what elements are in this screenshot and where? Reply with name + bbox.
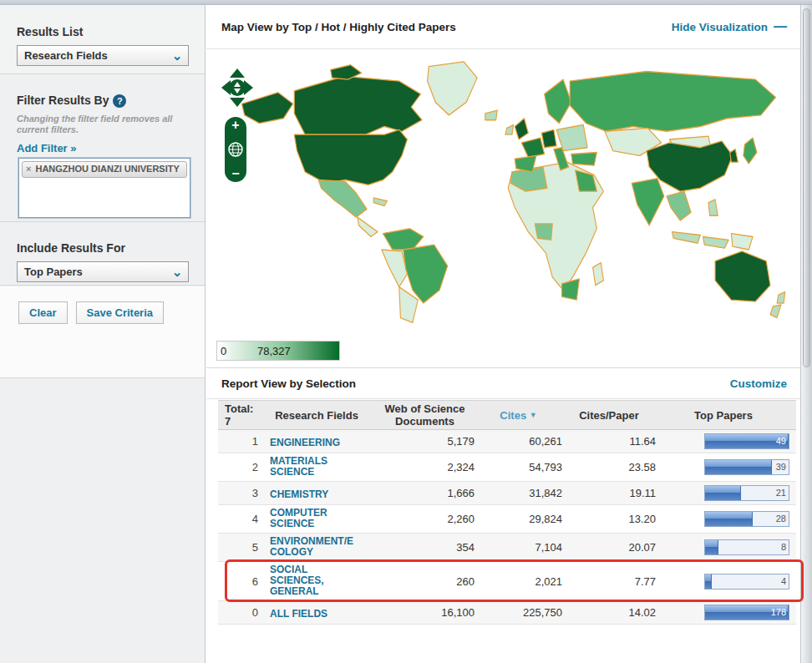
top-papers-bar: 39: [704, 459, 789, 475]
top-papers-bar-fill: [705, 574, 712, 589]
filter-note: Changing the filter field removes all cu…: [17, 114, 188, 135]
report-view-header: Report View by Selection Customize: [206, 369, 800, 399]
legend-min-value: 0: [221, 345, 226, 357]
row-cites: 60,261: [475, 435, 562, 448]
map-view-title: Map View by Top / Hot / Highly Cited Pap…: [221, 21, 456, 33]
results-list-title: Results List: [17, 25, 205, 38]
row-field-cell: MATERIALS SCIENCE: [258, 456, 375, 478]
column-wos-documents[interactable]: Web of Science Documents: [375, 402, 475, 428]
column-research-fields[interactable]: Research Fields: [258, 409, 375, 422]
pan-compass-icon[interactable]: [220, 68, 255, 107]
sort-descending-icon: ▼: [530, 411, 537, 419]
results-list-dropdown-value: Research Fields: [18, 49, 108, 62]
total-count: 7: [225, 415, 231, 428]
row-rank: 0: [218, 602, 258, 623]
chevron-down-icon: ⌄: [166, 46, 188, 65]
filter-tag-label: HANGZHOU DIANZI UNIVERSITY: [35, 164, 179, 175]
results-list-dropdown[interactable]: Research Fields ⌄: [17, 45, 189, 66]
top-papers-value: 178: [771, 607, 786, 617]
row-docs: 16,100: [375, 606, 475, 619]
zoom-in-icon[interactable]: +: [231, 119, 239, 131]
top-papers-bar-fill: [705, 512, 753, 526]
top-papers-bar-fill: [705, 460, 772, 474]
total-label: Total:: [225, 402, 253, 415]
row-field-cell: ENGINEERING: [258, 434, 375, 449]
vertical-scrollbar[interactable]: [800, 5, 812, 663]
top-papers-bar: 8: [704, 539, 789, 555]
main-panel: Map View by Top / Hot / Highly Cited Pap…: [206, 5, 800, 663]
row-cites: 29,824: [475, 513, 562, 525]
include-results-dropdown[interactable]: Top Papers ⌄: [17, 261, 189, 282]
table-row: 5ENVIRONMENT/ECOLOGY3547,10420.078: [218, 534, 796, 562]
row-cites-per-paper: 20.07: [562, 541, 656, 554]
row-cites-per-paper: 23.58: [562, 461, 656, 473]
filter-list-box[interactable]: × HANGZHOU DIANZI UNIVERSITY: [18, 158, 190, 218]
row-rank: 5: [218, 537, 258, 558]
table-header-row: Total: 7 Research Fields Web of Science …: [218, 400, 796, 430]
top-papers-bar: 49: [704, 433, 789, 449]
row-docs: 2,324: [375, 461, 475, 473]
include-results-section: Include Results For Top Papers ⌄: [0, 223, 205, 286]
row-docs: 260: [375, 575, 475, 588]
cites-label: Cites: [500, 409, 526, 422]
hide-visualization-link[interactable]: Hide Visualization —: [672, 21, 787, 33]
row-field-cell: SOCIAL SCIENCES, GENERAL: [258, 564, 375, 598]
top-papers-bar-fill: [705, 540, 718, 554]
report-table: Total: 7 Research Fields Web of Science …: [218, 400, 796, 625]
research-field-link[interactable]: CHEMISTRY: [270, 489, 328, 500]
clear-button[interactable]: Clear: [18, 301, 68, 324]
row-cites: 54,793: [475, 461, 562, 473]
filter-title: Filter Results By: [17, 94, 109, 107]
row-field-cell: ENVIRONMENT/ECOLOGY: [258, 536, 375, 559]
top-papers-bar: 4: [704, 574, 789, 590]
top-papers-value: 4: [781, 576, 786, 586]
row-rank: 2: [218, 457, 258, 478]
research-field-link[interactable]: ENVIRONMENT/ECOLOGY: [270, 536, 357, 558]
collapse-minus-icon: —: [774, 23, 787, 31]
zoom-out-icon[interactable]: −: [231, 168, 239, 180]
row-cites: 2,021: [475, 575, 562, 588]
table-row: 3CHEMISTRY1,66631,84219.1121: [218, 482, 796, 505]
filter-tag[interactable]: × HANGZHOU DIANZI UNIVERSITY: [22, 161, 187, 178]
row-docs: 5,179: [375, 435, 475, 448]
scrollbar-thumb[interactable]: [803, 8, 810, 367]
customize-link[interactable]: Customize: [730, 377, 787, 390]
research-field-link[interactable]: SOCIAL SCIENCES, GENERAL: [270, 564, 357, 597]
row-top-papers-cell: 21: [656, 485, 791, 501]
zoom-control[interactable]: + −: [225, 117, 246, 182]
column-cites-sorted[interactable]: Cites ▼: [475, 409, 562, 422]
top-papers-value: 21: [776, 488, 786, 498]
row-rank: 6: [218, 571, 258, 592]
column-cites-per-paper[interactable]: Cites/Paper: [562, 409, 656, 422]
top-papers-value: 28: [776, 514, 786, 524]
row-top-papers-cell: 49: [656, 433, 791, 449]
row-docs: 354: [375, 541, 475, 554]
row-cites-per-paper: 19.11: [562, 487, 656, 499]
table-row: 0ALL FIELDS16,100225,75014.02178: [218, 601, 796, 625]
results-list-section: Results List Research Fields ⌄: [0, 5, 205, 74]
research-field-link[interactable]: MATERIALS SCIENCE: [270, 456, 357, 478]
world-map-visualization[interactable]: [230, 57, 794, 332]
row-rank: 1: [218, 431, 258, 452]
help-icon[interactable]: ?: [113, 94, 126, 108]
column-top-papers[interactable]: Top Papers: [656, 409, 791, 422]
research-field-link[interactable]: ALL FIELDS: [270, 609, 327, 620]
globe-icon[interactable]: [228, 142, 243, 157]
remove-filter-icon[interactable]: ×: [26, 164, 31, 175]
top-papers-value: 8: [781, 542, 786, 552]
research-field-link[interactable]: ENGINEERING: [270, 438, 340, 448]
add-filter-link[interactable]: Add Filter »: [17, 142, 77, 154]
research-field-link[interactable]: COMPUTER SCIENCE: [270, 508, 357, 529]
save-criteria-button[interactable]: Save Criteria: [76, 301, 165, 324]
filter-section: Filter Results By? Changing the filter f…: [0, 75, 205, 222]
table-row: 1ENGINEERING5,17960,26111.6449: [218, 430, 796, 453]
row-field-cell: ALL FIELDS: [258, 605, 375, 620]
chevron-down-icon: ⌄: [166, 262, 188, 281]
table-row: 4COMPUTER SCIENCE2,26029,82413.2028: [218, 505, 796, 534]
hide-visualization-label: Hide Visualization: [672, 21, 768, 33]
top-papers-bar-fill: [705, 486, 741, 500]
include-results-title: Include Results For: [17, 241, 205, 255]
map-color-legend: 0 78,327: [216, 341, 340, 361]
table-body: 1ENGINEERING5,17960,26111.64492MATERIALS…: [218, 430, 796, 625]
top-papers-bar: 28: [704, 511, 789, 527]
